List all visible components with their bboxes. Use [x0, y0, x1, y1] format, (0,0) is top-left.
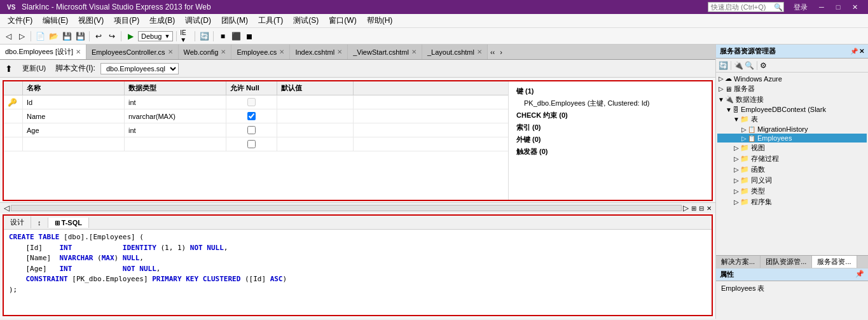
- tab-nav-right[interactable]: ›: [497, 45, 505, 59]
- row-age-type[interactable]: int: [125, 123, 226, 137]
- open-btn[interactable]: 📂: [48, 31, 59, 42]
- tree-servers[interactable]: ▷ 🖥 服务器: [717, 83, 867, 94]
- table-row-empty[interactable]: [4, 137, 508, 151]
- row-age-null[interactable]: [226, 123, 277, 137]
- update-button[interactable]: 更新(U): [18, 62, 50, 75]
- back-btn[interactable]: ◁: [3, 31, 14, 42]
- empty-name[interactable]: [23, 137, 125, 151]
- table-row[interactable]: 🔑 Id int: [4, 95, 508, 109]
- panel-float-icon[interactable]: ⊟: [699, 205, 704, 212]
- script-select[interactable]: dbo.Employees.sql: [100, 63, 179, 74]
- undo-btn[interactable]: ↩: [93, 31, 104, 42]
- tree-employees-table[interactable]: ▷ 📋 Employees: [717, 134, 867, 143]
- row-id-default[interactable]: [277, 95, 354, 109]
- panel-close-x[interactable]: ✕: [859, 48, 864, 55]
- row-id-null[interactable]: [226, 95, 277, 109]
- tab-close-web-config[interactable]: ✕: [221, 48, 226, 55]
- quick-launch-input[interactable]: [708, 2, 784, 12]
- tb-icon3[interactable]: ◼: [244, 31, 255, 42]
- menu-help[interactable]: 帮助(H): [362, 14, 398, 27]
- tree-synonyms[interactable]: ▷ 📁 同义词: [717, 175, 867, 186]
- properties-pin-icon[interactable]: 📌: [855, 270, 864, 278]
- run-btn[interactable]: ▶: [125, 31, 136, 42]
- tab-viewstart[interactable]: _ViewStart.cshtml ✕: [348, 45, 422, 59]
- menu-test[interactable]: 测试(S): [288, 14, 324, 27]
- empty-null[interactable]: [226, 137, 277, 151]
- tree-tables[interactable]: ▼ 📁 表: [717, 114, 867, 125]
- tab-dbo-employees[interactable]: dbo.Employees [设计] ✕: [0, 45, 86, 59]
- tree-types[interactable]: ▷ 📁 类型: [717, 186, 867, 197]
- new-file-btn[interactable]: 📄: [34, 31, 46, 42]
- login-button[interactable]: 登录: [788, 2, 813, 13]
- tab-nav-left[interactable]: ‹‹: [488, 45, 497, 59]
- tab-solution-explorer[interactable]: 解决方案...: [716, 256, 761, 268]
- row-name-null[interactable]: [226, 109, 277, 123]
- panel-close-icon[interactable]: ✕: [706, 205, 712, 212]
- row-id-type[interactable]: int: [125, 95, 226, 109]
- row-age-default[interactable]: [277, 123, 354, 137]
- row-age-null-checkbox[interactable]: [247, 126, 256, 134]
- table-row[interactable]: Name nvarchar(MAX): [4, 109, 508, 123]
- horizontal-scrollbar[interactable]: [11, 205, 682, 211]
- tab-close-employees-controller[interactable]: ✕: [168, 48, 173, 55]
- row-name-name[interactable]: Name: [23, 109, 125, 123]
- scroll-left-icon[interactable]: ◁: [4, 204, 10, 212]
- filter-icon[interactable]: 🔍: [745, 61, 754, 70]
- menu-window[interactable]: 窗口(W): [324, 14, 361, 27]
- tree-stored-procs[interactable]: ▷ 📁 存储过程: [717, 153, 867, 164]
- tab-tsql[interactable]: ⊞ T-SQL: [48, 218, 89, 228]
- sql-content[interactable]: CREATE TABLE [dbo].[Employees] ( [Id] IN…: [4, 230, 712, 315]
- table-row[interactable]: Age int: [4, 123, 508, 137]
- menu-tools[interactable]: 工具(T): [253, 14, 288, 27]
- row-id-null-checkbox[interactable]: [247, 98, 256, 106]
- tab-design[interactable]: 设计: [4, 216, 31, 228]
- row-age-name[interactable]: Age: [23, 123, 125, 137]
- redo-btn[interactable]: ↪: [106, 31, 118, 42]
- tab-close-layout[interactable]: ✕: [477, 48, 482, 55]
- empty-type[interactable]: [125, 137, 226, 151]
- connect-icon[interactable]: 🔌: [734, 61, 743, 70]
- tab-sort[interactable]: ↕: [31, 218, 48, 228]
- scroll-right-icon[interactable]: ▷: [683, 204, 689, 212]
- panel-pin-icon[interactable]: 📌: [850, 48, 858, 55]
- panel-restore-icon[interactable]: ⊞: [691, 205, 696, 212]
- row-name-null-checkbox[interactable]: [247, 112, 256, 120]
- tab-index-cshtml[interactable]: Index.cshtml ✕: [290, 45, 348, 59]
- menu-debug[interactable]: 调试(D): [180, 14, 216, 27]
- tree-views[interactable]: ▷ 📁 视图: [717, 143, 867, 153]
- properties-icon[interactable]: ⚙: [760, 61, 767, 70]
- empty-null-checkbox[interactable]: [247, 140, 256, 148]
- row-name-type[interactable]: nvarchar(MAX): [125, 109, 226, 123]
- menu-edit[interactable]: 编辑(E): [38, 14, 73, 27]
- browser-btn[interactable]: IE ▼: [180, 31, 191, 42]
- menu-build[interactable]: 生成(B): [144, 14, 180, 27]
- close-button[interactable]: ✕: [846, 0, 863, 14]
- debug-mode-dropdown[interactable]: Debug ▼: [138, 31, 173, 41]
- tab-team-explorer[interactable]: 团队资源管...: [761, 256, 812, 268]
- save-all-btn[interactable]: 💾: [74, 31, 86, 42]
- menu-file[interactable]: 文件(F): [3, 14, 38, 27]
- minimize-button[interactable]: ─: [813, 0, 830, 14]
- tab-close-dbo-employees[interactable]: ✕: [76, 48, 81, 55]
- refresh-tree-icon[interactable]: 🔄: [719, 61, 728, 70]
- tree-windows-azure[interactable]: ▷ ☁ Windows Azure: [717, 74, 867, 83]
- menu-team[interactable]: 团队(M): [216, 14, 253, 27]
- tab-close-employee-cs[interactable]: ✕: [279, 48, 284, 55]
- tree-migration-history[interactable]: ▷ 📋 MigrationHistory: [717, 125, 867, 134]
- tab-close-index-cshtml[interactable]: ✕: [337, 48, 342, 55]
- forward-btn[interactable]: ▷: [16, 31, 27, 42]
- maximize-button[interactable]: □: [830, 0, 846, 14]
- tab-layout[interactable]: _Layout.cshtml ✕: [422, 45, 488, 59]
- tb-icon2[interactable]: ⬛: [230, 31, 242, 42]
- tab-close-viewstart[interactable]: ✕: [411, 48, 417, 55]
- tree-assemblies[interactable]: ▷ 📁 程序集: [717, 197, 867, 207]
- tree-employee-db-context[interactable]: ▼ 🗄 EmployeeDBContext (Slark: [717, 105, 867, 114]
- tab-server-explorer[interactable]: 服务器资...: [812, 256, 857, 268]
- tab-employees-controller[interactable]: EmployeesController.cs ✕: [86, 45, 179, 59]
- tab-employee-cs[interactable]: Employee.cs ✕: [231, 45, 290, 59]
- refresh-btn[interactable]: 🔄: [198, 31, 210, 42]
- menu-project[interactable]: 项目(P): [109, 14, 144, 27]
- empty-default[interactable]: [277, 137, 354, 151]
- tree-data-connections[interactable]: ▼ 🔌 数据连接: [717, 94, 867, 105]
- tb-icon1[interactable]: ■: [217, 31, 228, 42]
